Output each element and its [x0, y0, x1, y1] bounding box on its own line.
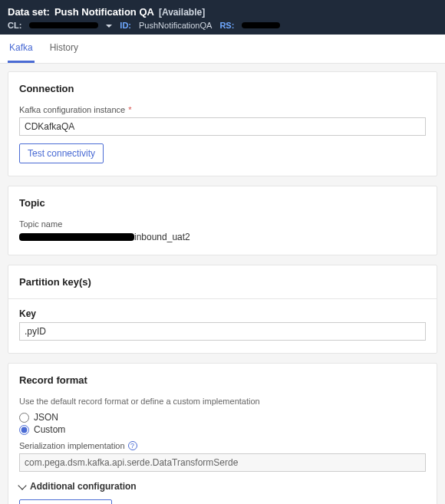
id-value: PushNotificationQA [139, 21, 212, 30]
tabs: Kafka History [0, 35, 445, 64]
topic-heading: Topic [19, 197, 426, 209]
serialization-label-text: Serialization implementation [19, 441, 125, 450]
cl-value-redacted [29, 22, 98, 28]
partition-heading: Partition key(s) [19, 276, 426, 288]
serialization-input[interactable] [19, 453, 426, 472]
radio-custom[interactable]: Custom [19, 424, 426, 435]
topic-name-label: Topic name [19, 219, 426, 229]
record-helper: Use the default record format or define … [19, 397, 426, 406]
page-title: Data set: Push Notification QA [Availabl… [8, 6, 437, 18]
radio-json-input[interactable] [19, 413, 29, 423]
add-key-value-button[interactable]: Add key value pair [19, 499, 112, 504]
radio-json-label: JSON [34, 412, 58, 423]
connection-heading: Connection [19, 83, 426, 94]
page-header: Data set: Push Notification QA [Availabl… [0, 0, 445, 35]
test-connectivity-button[interactable]: Test connectivity [19, 143, 104, 163]
chevron-down-icon [18, 481, 26, 489]
radio-custom-input[interactable] [19, 425, 29, 435]
kafka-instance-input[interactable] [19, 117, 426, 136]
record-heading: Record format [19, 374, 426, 386]
instance-label-text: Kafka configuration instance [19, 105, 125, 114]
partition-card: Partition key(s) Key [8, 265, 437, 354]
instance-label: Kafka configuration instance * [19, 105, 426, 114]
tab-kafka[interactable]: Kafka [8, 35, 35, 63]
radio-custom-label: Custom [34, 424, 65, 435]
partition-key-input[interactable] [19, 322, 426, 341]
topic-suffix: inbound_uat2 [134, 232, 190, 242]
required-icon: * [128, 105, 131, 114]
rs-label: RS: [219, 21, 234, 30]
content-area: Connection Kafka configuration instance … [0, 64, 445, 504]
additional-config-toggle[interactable]: Additional configuration [19, 481, 426, 492]
help-icon[interactable]: ? [128, 441, 137, 450]
partition-key-label: Key [19, 308, 426, 319]
id-label: ID: [120, 21, 131, 30]
chevron-down-icon[interactable] [106, 25, 112, 31]
record-format-card: Record format Use the default record for… [8, 363, 437, 504]
title-text: Push Notification QA [54, 6, 154, 18]
header-meta: CL: ID: PushNotificationQA RS: [8, 21, 437, 35]
topic-card: Topic Topic name inbound_uat2 [8, 186, 437, 255]
topic-name-value: inbound_uat2 [19, 232, 426, 242]
status-badge: [Available] [159, 7, 205, 18]
topic-prefix-redacted [19, 233, 134, 241]
tab-history[interactable]: History [48, 35, 80, 63]
title-prefix: Data set: [8, 6, 50, 18]
rs-value-redacted [242, 22, 280, 28]
additional-config-label: Additional configuration [30, 481, 137, 492]
radio-json[interactable]: JSON [19, 412, 426, 423]
connection-card: Connection Kafka configuration instance … [8, 71, 437, 176]
serialization-label: Serialization implementation ? [19, 441, 426, 450]
cl-label: CL: [8, 21, 21, 30]
